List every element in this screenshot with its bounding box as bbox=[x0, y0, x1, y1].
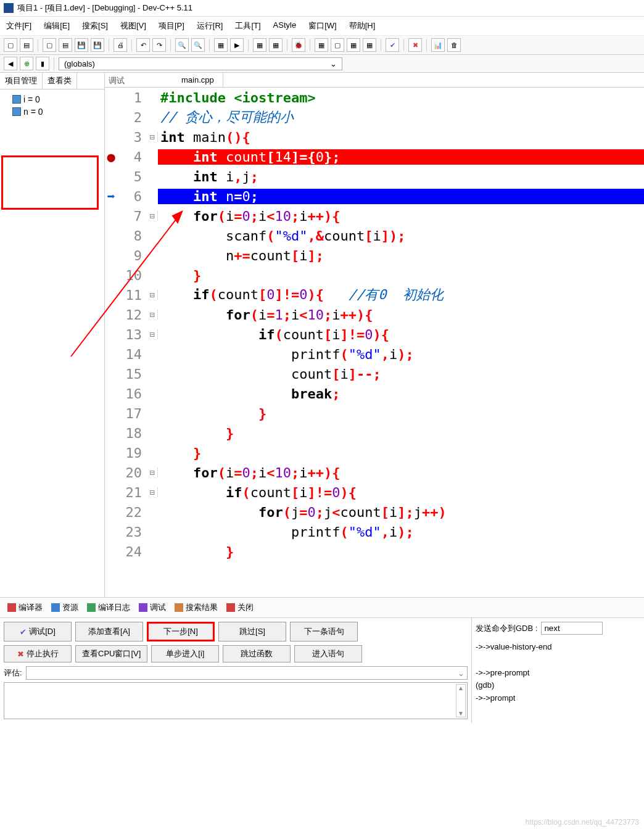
code-line[interactable]: 2// 贪心，尽可能的小 bbox=[105, 107, 644, 127]
watch-item[interactable]: i = 0 bbox=[4, 93, 101, 105]
fold-toggle[interactable]: ⊟ bbox=[147, 132, 158, 142]
code-line[interactable]: 20⊟ for(i=0;i<10;i++){ bbox=[105, 463, 644, 482]
code-line[interactable]: 11⊟ if(count[0]!=0){ //有0 初始化 bbox=[105, 285, 644, 305]
code-line[interactable]: 3⊟int main(){ bbox=[105, 127, 644, 147]
menu-item[interactable]: 编辑[E] bbox=[40, 19, 73, 33]
window-grid-button[interactable]: ▦ bbox=[363, 38, 376, 52]
menu-item[interactable]: 工具[T] bbox=[231, 19, 264, 33]
marker-column[interactable]: ● bbox=[105, 149, 117, 165]
window-cascade-button[interactable]: ▢ bbox=[331, 38, 344, 52]
code-text[interactable]: int n=0; bbox=[158, 189, 644, 204]
code-text[interactable]: // 贪心，尽可能的小 bbox=[158, 108, 644, 126]
debug-button[interactable]: 添加查看[A] bbox=[75, 622, 143, 641]
back-button[interactable]: ◀ bbox=[4, 57, 17, 70]
code-line[interactable]: 9 n+=count[i]; bbox=[105, 245, 644, 265]
stop-debug-button[interactable]: ✖ bbox=[408, 38, 422, 52]
bottom-tab[interactable]: 编译日志 bbox=[83, 600, 134, 615]
fold-toggle[interactable]: ⊟ bbox=[147, 310, 158, 320]
menu-item[interactable]: 运行[R] bbox=[193, 19, 227, 33]
menu-item[interactable]: 项目[P] bbox=[155, 19, 188, 33]
scrollbar[interactable]: ▲▼ bbox=[456, 684, 466, 717]
menu-item[interactable]: 搜索[S] bbox=[78, 19, 112, 33]
code-text[interactable]: } bbox=[158, 426, 644, 441]
code-line[interactable]: 15 count[i]--; bbox=[105, 364, 644, 384]
code-line[interactable]: 19 } bbox=[105, 443, 644, 463]
code-line[interactable]: 12⊟ for(i=1;i<10;i++){ bbox=[105, 305, 644, 324]
window-tile-button[interactable]: ▦ bbox=[347, 38, 360, 52]
debug-button[interactable]: 查看CPU窗口[V] bbox=[75, 645, 147, 662]
fold-toggle[interactable]: ⊟ bbox=[147, 211, 158, 221]
code-text[interactable]: } bbox=[158, 544, 644, 559]
editor-tab-main[interactable]: main.cpp bbox=[173, 73, 223, 87]
code-line[interactable]: 10 } bbox=[105, 265, 644, 285]
bottom-tab[interactable]: 搜索结果 bbox=[171, 600, 221, 615]
debug-tab-label[interactable]: 调试 bbox=[109, 75, 125, 86]
eval-output[interactable]: ▲▼ bbox=[4, 682, 468, 719]
fold-toggle[interactable]: ⊟ bbox=[147, 329, 158, 339]
code-text[interactable]: } bbox=[158, 445, 644, 461]
code-text[interactable]: int count[14]={0}; bbox=[158, 149, 644, 165]
sidebar-tab-classes[interactable]: 查看类 bbox=[43, 73, 77, 89]
compile-button[interactable]: ▦ bbox=[214, 38, 228, 52]
bookmark-button[interactable]: ▮ bbox=[36, 57, 49, 70]
code-text[interactable]: if(count[0]!=0){ //有0 初始化 bbox=[158, 286, 644, 304]
code-line[interactable]: 7⊟ for(i=0;i<10;i++){ bbox=[105, 206, 644, 226]
replace-button[interactable]: 🔍 bbox=[191, 38, 205, 52]
code-line[interactable]: 17 } bbox=[105, 403, 644, 423]
fold-toggle[interactable]: ⊟ bbox=[147, 290, 158, 300]
save-all-button[interactable]: 💾 bbox=[91, 38, 104, 52]
menu-item[interactable]: 帮助[H] bbox=[345, 19, 379, 33]
fold-toggle[interactable]: ⊟ bbox=[147, 487, 158, 497]
code-text[interactable]: int i,j; bbox=[158, 169, 644, 184]
code-line[interactable]: 22 for(j=0;j<count[i];j++) bbox=[105, 502, 644, 522]
code-text[interactable]: if(count[i]!=0){ bbox=[158, 485, 644, 500]
code-line[interactable]: ●4 int count[14]={0}; bbox=[105, 147, 644, 167]
code-text[interactable]: printf("%d",i); bbox=[158, 524, 644, 540]
code-editor[interactable]: 1#include <iostream>2// 贪心，尽可能的小3⊟int ma… bbox=[105, 88, 644, 597]
debug-button[interactable]: 跳过[S] bbox=[218, 622, 286, 641]
code-text[interactable]: int main(){ bbox=[158, 130, 644, 145]
code-text[interactable]: #include <iostream> bbox=[158, 90, 644, 105]
code-line[interactable]: 16 break; bbox=[105, 384, 644, 403]
code-text[interactable]: } bbox=[158, 406, 644, 421]
bottom-tab[interactable]: 调试 bbox=[135, 600, 170, 615]
code-line[interactable]: 1#include <iostream> bbox=[105, 88, 644, 107]
code-text[interactable]: scanf("%d",&count[i]); bbox=[158, 228, 644, 244]
code-line[interactable]: ➡6 int n=0; bbox=[105, 186, 644, 206]
code-text[interactable]: n+=count[i]; bbox=[158, 248, 644, 263]
save-button[interactable]: 💾 bbox=[75, 38, 88, 52]
code-line[interactable]: 14 printf("%d",i); bbox=[105, 344, 644, 364]
new-file-button[interactable]: ▢ bbox=[4, 38, 17, 52]
sidebar-tab-project[interactable]: 项目管理 bbox=[0, 73, 43, 89]
run-button[interactable]: ▶ bbox=[230, 38, 244, 52]
code-text[interactable]: count[i]--; bbox=[158, 366, 644, 382]
eval-input[interactable]: ⌄ bbox=[26, 666, 468, 680]
fold-toggle[interactable]: ⊟ bbox=[147, 468, 158, 477]
code-line[interactable]: 18 } bbox=[105, 423, 644, 443]
bottom-tab[interactable]: 资源 bbox=[47, 600, 82, 615]
print-button[interactable]: 🖨 bbox=[114, 38, 127, 52]
debug-button[interactable]: 下一条语句 bbox=[290, 622, 358, 641]
code-text[interactable]: for(i=1;i<10;i++){ bbox=[158, 307, 644, 323]
code-line[interactable]: 24 } bbox=[105, 542, 644, 561]
code-text[interactable]: printf("%d",i); bbox=[158, 347, 644, 362]
debug-button[interactable]: 下一步[N] bbox=[147, 622, 215, 641]
redo-button[interactable]: ↷ bbox=[152, 38, 166, 52]
code-text[interactable]: for(i=0;i<10;i++){ bbox=[158, 465, 644, 480]
code-line[interactable]: 21⊟ if(count[i]!=0){ bbox=[105, 482, 644, 502]
code-line[interactable]: 13⊟ if(count[i]!=0){ bbox=[105, 324, 644, 344]
menu-item[interactable]: 文件[F] bbox=[2, 19, 35, 33]
debug-button[interactable]: ✔调试[D] bbox=[4, 622, 72, 641]
debug-button[interactable]: 🐞 bbox=[292, 38, 305, 52]
check-button[interactable]: ✔ bbox=[386, 38, 399, 52]
code-line[interactable]: 5 int i,j; bbox=[105, 167, 644, 186]
remove-button[interactable]: 🗑 bbox=[447, 38, 461, 52]
code-text[interactable]: break; bbox=[158, 386, 644, 402]
window-list-button[interactable]: ▦ bbox=[315, 38, 328, 52]
rebuild-button[interactable]: ▦ bbox=[269, 38, 283, 52]
new-project-button[interactable]: ▢ bbox=[43, 38, 56, 52]
menu-item[interactable]: 视图[V] bbox=[117, 19, 150, 33]
bottom-tab[interactable]: 编译器 bbox=[4, 600, 46, 615]
debug-button[interactable]: 单步进入[i] bbox=[151, 645, 219, 662]
profile-button[interactable]: 📊 bbox=[431, 38, 445, 52]
